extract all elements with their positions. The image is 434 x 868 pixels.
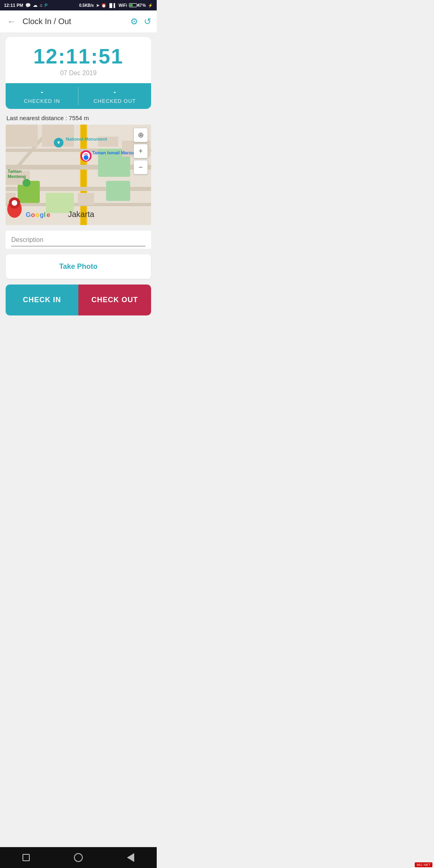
svg-text:l: l xyxy=(44,211,45,218)
check-out-button[interactable]: CHECK OUT xyxy=(78,285,151,315)
status-left: 12:11 PM 💬 ☁ ♫ P xyxy=(4,3,47,8)
speed-display: 0.5KB/s xyxy=(79,3,94,8)
minus-icon: − xyxy=(139,163,143,172)
checked-in-label: CHECKED IN xyxy=(24,98,60,104)
svg-text:Menteng: Menteng xyxy=(8,174,26,179)
map-svg: ▼ National Monument Taman Ismail Marzuki… xyxy=(6,125,151,225)
settings-icon[interactable]: ⚙ xyxy=(130,16,138,27)
checked-in-dash: - xyxy=(41,88,43,96)
charging-icon: ⚡ xyxy=(148,3,153,8)
music-icon: ♫ xyxy=(39,3,43,8)
zoom-out-button[interactable]: − xyxy=(133,160,148,174)
back-button[interactable]: ← xyxy=(6,15,18,29)
battery-icon: 47% xyxy=(129,3,146,8)
clock-time-display: 12:11:51 xyxy=(14,45,143,68)
clock-date-display: 07 Dec 2019 xyxy=(14,70,143,77)
description-section xyxy=(6,231,151,249)
svg-text:o: o xyxy=(31,211,35,218)
checked-out-status: - CHECKED OUT xyxy=(78,83,151,109)
svg-text:Taman: Taman xyxy=(8,169,22,174)
svg-rect-15 xyxy=(78,193,94,205)
svg-text:G: G xyxy=(26,211,31,218)
svg-point-37 xyxy=(12,200,17,206)
check-in-button[interactable]: CHECK IN xyxy=(6,285,78,315)
svg-text:g: g xyxy=(40,211,44,218)
checked-out-label: CHECKED OUT xyxy=(94,98,136,104)
svg-point-27 xyxy=(83,155,89,160)
monument-label: National Monument xyxy=(66,137,107,141)
clock-card: 12:11:51 07 Dec 2019 - CHECKED IN - CHEC… xyxy=(6,37,151,109)
svg-rect-10 xyxy=(106,181,130,201)
parking-icon: P xyxy=(45,3,47,8)
page-title: Clock In / Out xyxy=(23,17,125,26)
status-bar: 12:11 PM 💬 ☁ ♫ P 0.5KB/s ➤ ⏰ ▐▌▌ WiFi 47… xyxy=(0,0,157,10)
time-display: 12:11 PM xyxy=(4,3,23,8)
top-nav: ← Clock In / Out ⚙ ↺ xyxy=(0,10,157,33)
city-label: Jakarta xyxy=(68,210,94,219)
location-button[interactable]: ⊕ xyxy=(133,128,148,142)
signal-icon: ▐▌▌ xyxy=(108,3,117,8)
svg-point-24 xyxy=(23,179,31,187)
checked-out-dash: - xyxy=(114,88,116,96)
svg-text:e: e xyxy=(47,211,50,218)
clock-time-section: 12:11:51 07 Dec 2019 xyxy=(6,37,151,83)
plus-icon: + xyxy=(139,147,143,156)
crosshair-icon: ⊕ xyxy=(138,131,144,139)
clock-status-bar: - CHECKED IN - CHECKED OUT xyxy=(6,83,151,109)
map-controls: ⊕ + − xyxy=(133,128,148,174)
taman-label: Taman Ismail Marzuki xyxy=(92,150,137,155)
action-buttons: CHECK IN CHECK OUT xyxy=(6,285,151,315)
svg-text:o: o xyxy=(35,211,39,218)
cloud-icon: ☁ xyxy=(33,3,37,8)
distance-label: Last nearest distance : 7554 m xyxy=(6,115,151,121)
description-input[interactable] xyxy=(11,235,145,246)
take-photo-button[interactable]: Take Photo xyxy=(6,254,151,279)
map-container: ▼ National Monument Taman Ismail Marzuki… xyxy=(6,125,151,225)
location-icon: ➤ xyxy=(96,3,99,8)
main-content: 12:11:51 07 Dec 2019 - CHECKED IN - CHEC… xyxy=(0,33,157,353)
zoom-in-button[interactable]: + xyxy=(133,144,148,158)
svg-text:▼: ▼ xyxy=(56,140,61,145)
wifi-icon: WiFi xyxy=(119,3,127,8)
checked-in-status: - CHECKED IN xyxy=(6,83,78,109)
svg-rect-12 xyxy=(6,125,38,147)
alarm-icon: ⏰ xyxy=(101,3,106,8)
history-icon[interactable]: ↺ xyxy=(144,16,151,27)
whatsapp-icon: 💬 xyxy=(25,3,31,8)
status-right: 0.5KB/s ➤ ⏰ ▐▌▌ WiFi 47% ⚡ xyxy=(79,3,153,8)
nav-icons: ⚙ ↺ xyxy=(130,16,151,27)
